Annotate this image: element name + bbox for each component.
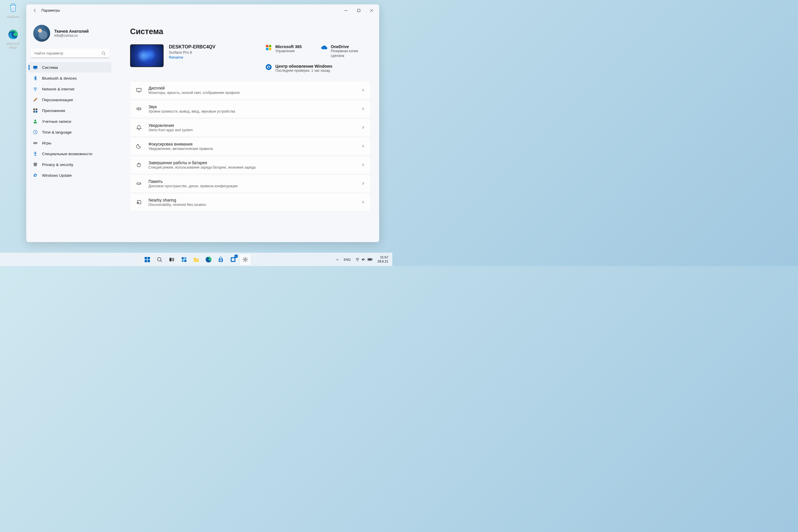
nav-label: Windows Update [42, 173, 107, 178]
cloud-m365[interactable]: Microsoft 365 Управление [265, 44, 315, 58]
list-item-power[interactable]: Завершение работы и батарея Спящий режим… [130, 156, 370, 174]
chevron-right-icon [361, 145, 365, 148]
desktop-icon-recycle-bin[interactable]: Корзина [3, 2, 23, 18]
svg-point-44 [357, 261, 358, 261]
item-sub: Мониторы, яркость, ночной свет, отображе… [149, 91, 361, 95]
nav-accessibility[interactable]: Специальные возможности [28, 149, 111, 159]
chevron-right-icon [361, 126, 365, 129]
back-button[interactable] [30, 6, 40, 15]
taskbar-search[interactable] [154, 254, 165, 265]
svg-rect-17 [269, 45, 271, 47]
svg-point-20 [266, 64, 271, 70]
bluetooth-icon [33, 76, 38, 81]
tray-language[interactable]: ENG [342, 256, 352, 263]
list-item-focus[interactable]: Фокусировка внимания Уведомления, автома… [130, 137, 370, 155]
device-thumbnail [130, 44, 164, 67]
svg-point-43 [244, 259, 246, 261]
maximize-button[interactable] [352, 6, 365, 15]
taskbar-taskview[interactable] [166, 254, 177, 265]
nav-label: Игры [42, 141, 107, 145]
svg-rect-9 [36, 111, 37, 113]
device-block: DESKTOP-ERBC4QV Surface Pro 6 Rename [130, 44, 260, 73]
desktop-icon-label: Microsoft Edge [3, 41, 23, 49]
nav-bluetooth[interactable]: Bluetooth & devices [28, 73, 111, 83]
edge-icon [7, 28, 19, 40]
close-button[interactable] [365, 6, 378, 15]
sound-icon [136, 106, 142, 112]
nav-label: Privacy & security [42, 163, 107, 167]
cloud-onedrive[interactable]: OneDrive Резервная копия сделана [321, 44, 370, 58]
taskbar: 1 ENG 21:57 28.6.21 [0, 252, 392, 266]
device-name: DESKTOP-ERBC4QV [169, 44, 215, 50]
nav-time[interactable]: Time & language [28, 127, 111, 137]
profile-email: info@comss.ru [54, 34, 89, 38]
svg-rect-3 [33, 66, 37, 69]
desktop-icon-edge[interactable]: Microsoft Edge [3, 28, 23, 49]
gaming-icon [33, 140, 38, 146]
taskbar-widgets[interactable] [178, 254, 190, 265]
search-input[interactable] [31, 49, 109, 58]
nav-network[interactable]: Network & internet [28, 84, 111, 94]
svg-rect-12 [33, 142, 37, 144]
tray-clock[interactable]: 21:57 28.6.21 [376, 255, 390, 264]
nav-apps[interactable]: Приложения [28, 105, 111, 116]
accounts-icon [33, 119, 38, 124]
taskbar-explorer[interactable] [191, 254, 202, 265]
svg-rect-27 [145, 260, 147, 262]
svg-point-15 [35, 152, 36, 153]
svg-rect-38 [221, 259, 222, 260]
rename-link[interactable]: Rename [169, 55, 215, 59]
nav-update[interactable]: Windows Update [28, 170, 111, 180]
clock-time: 21:57 [377, 255, 388, 259]
item-sub: Дисковое пространство, диски, правила ко… [149, 184, 361, 188]
onedrive-icon [321, 44, 327, 51]
share-icon [136, 199, 142, 205]
notifications-icon [136, 124, 142, 131]
svg-rect-16 [266, 45, 268, 47]
list-item-nearby-share[interactable]: Nearby sharing Discoverability, received… [130, 193, 370, 211]
nav-label: Bluetooth & devices [42, 76, 107, 80]
apps-icon [33, 108, 38, 113]
profile-block[interactable]: Ткачев Анатолий info@comss.ru [28, 17, 112, 47]
nav-gaming[interactable]: Игры [28, 138, 111, 148]
taskbar-app-pinned[interactable]: 1 [228, 254, 239, 265]
list-item-sound[interactable]: Звук Уровни громкости, вывод, ввод, звук… [130, 100, 370, 118]
list-item-notifications[interactable]: Уведомления Alerts from apps and system [130, 119, 370, 136]
cloud-sub: Резервная копия сделана [331, 49, 370, 58]
svg-rect-35 [184, 260, 186, 262]
taskbar-store[interactable] [215, 254, 226, 265]
svg-point-13 [34, 143, 35, 144]
list-item-display[interactable]: Дисплей Мониторы, яркость, ночной свет, … [130, 81, 370, 99]
nav-privacy[interactable]: Privacy & security [28, 159, 111, 170]
item-title: Дисплей [149, 86, 361, 90]
recycle-bin-icon [7, 2, 19, 14]
svg-rect-46 [372, 259, 373, 260]
list-item-storage[interactable]: Память Дисковое пространство, диски, пра… [130, 175, 370, 192]
network-icon [33, 86, 38, 92]
start-button[interactable] [142, 254, 153, 265]
cloud-windows-update[interactable]: Центр обновления Windows Последняя прове… [265, 64, 370, 73]
svg-point-29 [157, 258, 161, 261]
nav-label: Приложения [42, 109, 107, 113]
nav-personalization[interactable]: Персонализация [28, 95, 111, 105]
svg-rect-33 [184, 257, 186, 259]
svg-rect-25 [145, 257, 147, 259]
nav-accounts[interactable]: Учетные записи [28, 116, 111, 127]
personalization-icon [33, 97, 38, 102]
svg-rect-40 [221, 261, 222, 261]
taskbar-edge[interactable] [203, 254, 214, 265]
minimize-button[interactable] [340, 6, 352, 15]
tray-overflow[interactable] [334, 257, 341, 262]
svg-point-2 [102, 52, 105, 55]
window-title: Параметры [41, 8, 60, 13]
nav-system[interactable]: Система [28, 62, 111, 73]
tray-status-group[interactable] [354, 256, 375, 263]
privacy-icon [33, 162, 38, 167]
update-icon [33, 173, 38, 178]
item-sub: Уровни громкости, вывод, ввод, звуковые … [149, 109, 361, 113]
display-icon [136, 87, 142, 93]
nav-label: Специальные возможности [42, 152, 107, 156]
taskbar-settings[interactable] [240, 254, 251, 265]
cloud-title: OneDrive [331, 44, 370, 49]
chevron-right-icon [361, 201, 365, 204]
